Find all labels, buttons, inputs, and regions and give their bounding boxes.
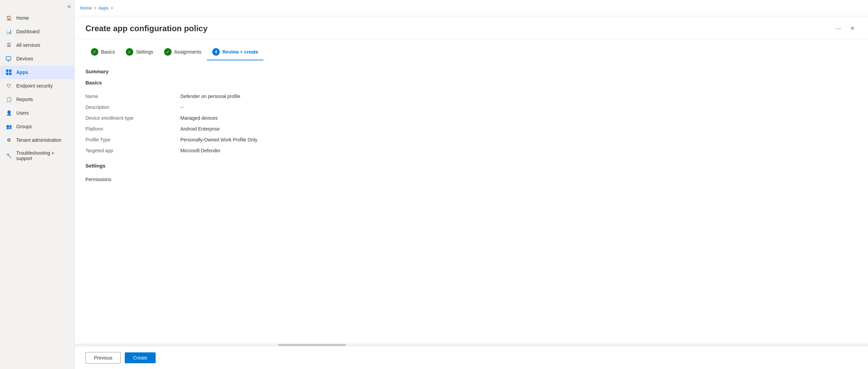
sidebar-item-users-label: Users [16, 110, 29, 116]
field-row-platform: Platform Android Enterprise [85, 123, 857, 134]
devices-icon [5, 55, 12, 62]
horizontal-scrollbar-thumb[interactable] [278, 344, 346, 346]
panel-close-button[interactable]: × [848, 23, 857, 34]
settings-section: Settings Permissions [85, 163, 857, 185]
breadcrumb-apps[interactable]: Apps [98, 5, 108, 11]
basics-section-title: Basics [85, 80, 857, 85]
breadcrumb-sep2: > [111, 5, 113, 11]
field-value-name: Defender on personal profile [180, 94, 240, 99]
sidebar-item-apps-label: Apps [16, 70, 28, 75]
footer: Previous Create [75, 346, 868, 369]
step-basics-check: ✓ [91, 48, 98, 56]
panel-more-options-button[interactable]: ··· [833, 23, 844, 34]
field-row-enrollment-type: Device enrollment type Managed devices [85, 113, 857, 123]
step-assignments[interactable]: ✓ Assignments [159, 45, 207, 60]
content-area: Summary Basics Name Defender on personal… [75, 60, 868, 344]
step-settings-check: ✓ [126, 48, 133, 56]
field-label-targeted-app: Targeted app [85, 148, 180, 153]
wizard-steps: ✓ Basics ✓ Settings ✓ Assignments 4 Revi… [75, 39, 868, 60]
sidebar-item-dashboard[interactable]: 📊 Dashboard [0, 25, 74, 38]
field-value-platform: Android Enterprise [180, 126, 220, 132]
collapse-icon: « [67, 3, 71, 10]
svg-rect-6 [9, 73, 12, 75]
sidebar-item-troubleshooting-label: Troubleshooting + support [16, 150, 69, 161]
sidebar-item-reports[interactable]: 📋 Reports [0, 93, 74, 106]
step-assignments-label: Assignments [174, 49, 201, 55]
groups-icon: 👥 [5, 123, 12, 130]
step-review-create-num: 4 [212, 48, 220, 56]
previous-button[interactable]: Previous [85, 352, 121, 364]
sidebar-item-troubleshooting[interactable]: 🔧 Troubleshooting + support [0, 147, 74, 164]
field-label-enrollment-type: Device enrollment type [85, 115, 180, 121]
step-review-create[interactable]: 4 Review + create [207, 45, 263, 60]
sidebar-item-reports-label: Reports [16, 97, 33, 102]
breadcrumb: Home > Apps > [80, 5, 113, 11]
users-icon: 👤 [5, 110, 12, 116]
sidebar-item-all-services-label: All services [16, 42, 40, 48]
sidebar-item-home[interactable]: 🏠 Home [0, 11, 74, 25]
tenant-admin-icon: ⚙ [5, 137, 12, 143]
field-label-platform: Platform [85, 126, 180, 132]
field-value-profile-type: Personally-Owned Work Profile Only [180, 137, 257, 142]
all-services-icon: ☰ [5, 42, 12, 48]
field-row-targeted-app: Targeted app Microsoft Defender [85, 145, 857, 156]
step-basics[interactable]: ✓ Basics [85, 45, 120, 60]
sidebar: « 🏠 Home 📊 Dashboard ☰ All services Devi… [0, 0, 75, 369]
svg-rect-4 [9, 70, 12, 72]
step-review-create-label: Review + create [222, 49, 258, 55]
field-row-name: Name Defender on personal profile [85, 91, 857, 102]
svg-rect-5 [6, 73, 8, 75]
settings-section-title: Settings [85, 163, 857, 169]
step-settings[interactable]: ✓ Settings [120, 45, 159, 60]
home-icon: 🏠 [5, 15, 12, 21]
panel-header: Create app configuration policy ··· × [75, 16, 868, 39]
sidebar-item-devices[interactable]: Devices [0, 52, 74, 65]
sidebar-item-home-label: Home [16, 15, 29, 21]
basics-section: Basics Name Defender on personal profile… [85, 80, 857, 156]
dashboard-icon: 📊 [5, 28, 12, 35]
sidebar-item-groups-label: Groups [16, 124, 32, 129]
sidebar-item-users[interactable]: 👤 Users [0, 106, 74, 120]
endpoint-security-icon: 🛡 [5, 82, 12, 89]
field-label-profile-type: Profile Type [85, 137, 180, 142]
svg-rect-0 [6, 57, 11, 60]
troubleshooting-icon: 🔧 [5, 152, 12, 159]
step-assignments-check: ✓ [164, 48, 172, 56]
svg-rect-3 [6, 70, 8, 72]
horizontal-scrollbar[interactable] [75, 344, 868, 346]
sidebar-item-endpoint-security-label: Endpoint security [16, 83, 53, 89]
sidebar-collapse-button[interactable]: « [0, 0, 74, 11]
panel-title: Create app configuration policy [85, 24, 829, 33]
step-basics-label: Basics [101, 49, 115, 55]
summary-title: Summary [85, 69, 857, 74]
sidebar-item-devices-label: Devices [16, 56, 33, 61]
permissions-label: Permissions [85, 177, 111, 182]
main-panel: Home > Apps > Create app configuration p… [75, 0, 868, 369]
sidebar-item-dashboard-label: Dashboard [16, 29, 40, 34]
sidebar-item-tenant-admin[interactable]: ⚙ Tenant administration [0, 133, 74, 147]
field-label-description: Description [85, 104, 180, 110]
field-value-targeted-app: Microsoft Defender [180, 148, 220, 153]
field-row-profile-type: Profile Type Personally-Owned Work Profi… [85, 134, 857, 145]
summary-section: Summary Basics Name Defender on personal… [85, 69, 857, 185]
sidebar-item-groups[interactable]: 👥 Groups [0, 120, 74, 133]
reports-icon: 📋 [5, 96, 12, 103]
step-settings-label: Settings [136, 49, 153, 55]
permissions-subsection: Permissions [85, 174, 857, 185]
sidebar-item-endpoint-security[interactable]: 🛡 Endpoint security [0, 79, 74, 93]
sidebar-item-all-services[interactable]: ☰ All services [0, 38, 74, 52]
apps-icon [5, 69, 12, 76]
field-label-name: Name [85, 94, 180, 99]
field-value-enrollment-type: Managed devices [180, 115, 218, 121]
field-value-description: -- [180, 104, 183, 110]
sidebar-item-apps[interactable]: Apps [0, 65, 74, 79]
sidebar-item-tenant-admin-label: Tenant administration [16, 137, 61, 143]
breadcrumb-home[interactable]: Home [80, 5, 92, 11]
create-button[interactable]: Create [125, 352, 155, 363]
breadcrumb-sep1: > [94, 5, 97, 11]
topbar: Home > Apps > [75, 0, 868, 16]
field-row-description: Description -- [85, 102, 857, 113]
